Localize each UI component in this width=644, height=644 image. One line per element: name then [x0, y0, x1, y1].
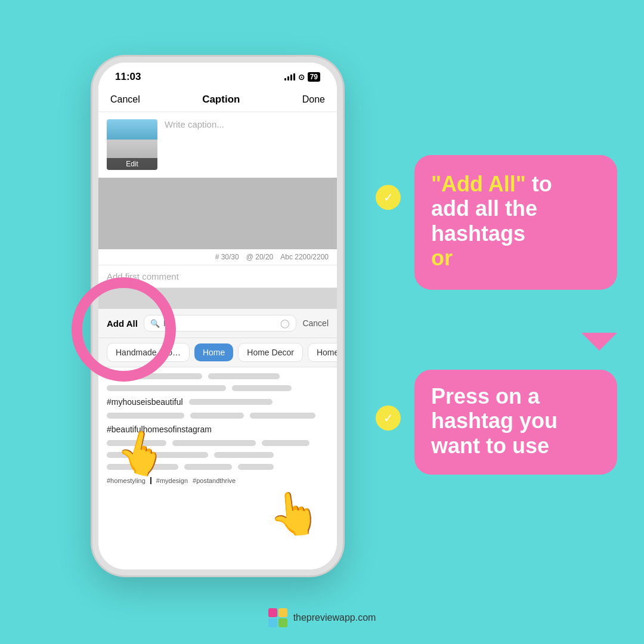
mention-count: @ 20/20	[246, 253, 274, 261]
hashtag-item-1[interactable]: #myhouseisbeautiful	[107, 397, 329, 407]
gray-line	[250, 413, 315, 419]
gray-line	[232, 385, 292, 391]
gray-line	[107, 373, 202, 379]
post-thumbnail: Edit	[107, 119, 157, 170]
info-card-top-text: "Add All" to add all the hashtags or	[431, 172, 600, 271]
gray-line	[238, 464, 274, 470]
hashtag-row-2	[107, 385, 329, 391]
footer-url: thepreviewapp.com	[293, 612, 376, 623]
hand-right-emoji: 👆	[267, 487, 323, 540]
search-cancel-button[interactable]: Cancel	[302, 318, 329, 328]
app-logo	[268, 608, 287, 627]
first-comment-field[interactable]: Add first comment	[98, 265, 337, 288]
info-card-bottom: Press on a hashtag you want to use	[414, 370, 617, 475]
pill-home[interactable]: Home	[194, 343, 233, 361]
pill-home-extra[interactable]: Home…	[308, 343, 337, 362]
signal-bars-icon	[284, 73, 295, 80]
image-area	[98, 178, 337, 249]
gray-line	[107, 413, 184, 419]
gray-line	[172, 440, 256, 446]
info-yellow-1: "Add All"	[431, 172, 526, 196]
info-card-tail	[581, 333, 617, 351]
check-icon-top: ✓	[376, 185, 401, 210]
gray-divider	[98, 288, 337, 309]
bottom-tag-3: #postandthrive	[193, 477, 236, 484]
pill-home-decor[interactable]: Home Decor	[238, 343, 303, 362]
add-all-button[interactable]: Add All	[107, 318, 138, 329]
char-count: Abc 2200/2200	[280, 253, 329, 261]
hashtag-row-1	[107, 373, 329, 379]
status-icons: ⊙ 79	[284, 72, 320, 82]
status-bar: 11:03 ⊙ 79	[98, 63, 337, 88]
info-card-bottom-text: Press on a hashtag you want to use	[431, 384, 600, 458]
search-icon: 🔍	[150, 319, 160, 328]
pill-home-label: Home	[203, 348, 225, 357]
check-icon-bottom: ✓	[376, 405, 401, 431]
nav-title: Caption	[202, 94, 240, 106]
hashtag-count: # 30/30	[215, 253, 239, 261]
wifi-icon: ⊙	[298, 73, 305, 82]
category-pills: Handmade (Ho… Home Home Decor Home…	[98, 338, 337, 367]
gray-line	[189, 399, 273, 405]
search-clear-icon[interactable]: ◯	[280, 318, 290, 328]
gray-line	[184, 464, 232, 470]
done-button[interactable]: Done	[302, 94, 325, 105]
pill-home-decor-label: Home Decor	[247, 348, 294, 357]
search-value: Ho	[163, 318, 277, 328]
cancel-button[interactable]: Cancel	[110, 94, 140, 105]
gray-line	[208, 373, 280, 379]
logo-cell-3	[268, 618, 277, 627]
hashtag-search-field[interactable]: 🔍 Ho ◯	[144, 315, 296, 332]
gray-line	[262, 440, 309, 446]
pill-handmade[interactable]: Handmade (Ho…	[107, 343, 190, 362]
battery-icon: 79	[308, 72, 320, 82]
footer: thepreviewapp.com	[0, 608, 644, 627]
edit-label[interactable]: Edit	[107, 158, 157, 170]
caption-area: Edit Write caption...	[98, 112, 337, 178]
hashtag-text-1: #myhouseisbeautiful	[107, 397, 183, 407]
hashtag-row-3	[107, 413, 329, 419]
info-yellow-2: or	[431, 246, 453, 270]
status-time: 11:03	[115, 71, 141, 83]
logo-cell-1	[268, 608, 277, 617]
stats-bar: # 30/30 @ 20/20 Abc 2200/2200	[98, 249, 337, 265]
caption-input[interactable]: Write caption...	[165, 119, 329, 171]
bottom-hashtag-row: #homestyling #mydesign #postandthrive	[107, 477, 329, 484]
gray-line	[107, 385, 226, 391]
logo-cell-4	[278, 618, 287, 627]
pill-home-extra-label: Home…	[317, 348, 337, 357]
gray-line	[214, 452, 274, 458]
nav-bar: Cancel Caption Done	[98, 88, 337, 112]
pill-handmade-label: Handmade (Ho…	[116, 348, 181, 357]
bottom-tag-1: #homestyling	[107, 477, 145, 484]
gray-line	[190, 413, 244, 419]
logo-cell-2	[278, 608, 287, 617]
info-card-top: "Add All" to add all the hashtags or	[414, 155, 617, 290]
hashtag-search-bar: Add All 🔍 Ho ◯ Cancel	[98, 309, 337, 338]
